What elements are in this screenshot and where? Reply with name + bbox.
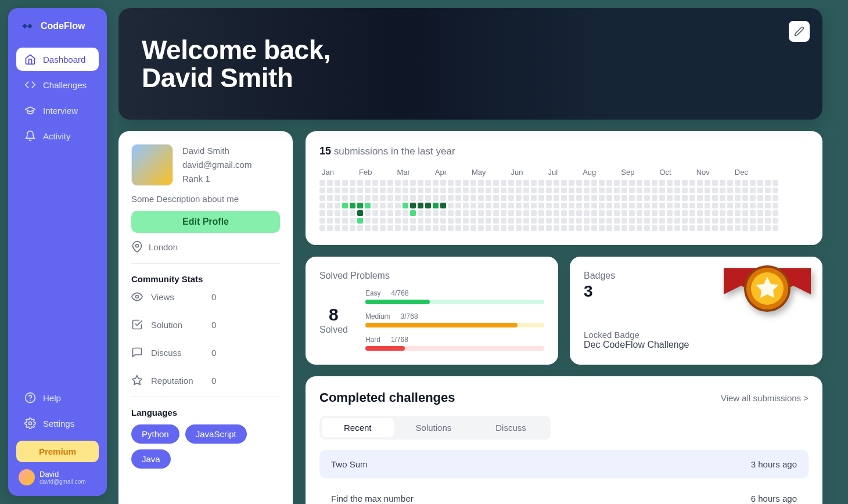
heatmap-cell	[508, 218, 514, 224]
lang-tag[interactable]: Java	[131, 449, 171, 469]
heatmap-cell	[652, 218, 657, 224]
heatmap-cell	[629, 180, 635, 186]
heatmap-cell	[599, 195, 605, 201]
heatmap-cell	[772, 203, 778, 208]
heatmap-cell	[621, 225, 627, 231]
heatmap-cell	[357, 225, 363, 231]
heatmap-cell	[712, 195, 718, 201]
heatmap-cell	[372, 203, 378, 208]
star-icon	[131, 375, 143, 386]
heatmap-cell	[765, 180, 771, 186]
heatmap-cell	[667, 203, 673, 208]
tab-discuss[interactable]: Discuss	[473, 418, 548, 437]
heatmap-cell	[735, 225, 741, 231]
heatmap-cell	[403, 210, 408, 216]
heatmap-cell	[380, 188, 386, 193]
heatmap-cell	[395, 188, 401, 193]
heatmap-cell	[644, 195, 650, 201]
heatmap-cell	[395, 195, 401, 201]
view-all-link[interactable]: View all submissions >	[721, 393, 809, 403]
heatmap-cell	[493, 203, 499, 208]
heatmap-cell	[410, 218, 416, 224]
heatmap-cell	[554, 225, 559, 231]
heatmap-cell	[418, 188, 423, 193]
heatmap-cell	[750, 210, 756, 216]
heatmap-cell	[478, 218, 484, 224]
stat-label: Discuss	[151, 348, 203, 358]
heatmap-cell	[433, 180, 439, 186]
heatmap-cell	[501, 180, 506, 186]
heatmap-cell	[523, 203, 529, 208]
sidebar-user[interactable]: David david@gmail.com	[8, 462, 107, 485]
heatmap-cell	[395, 218, 401, 224]
heatmap-cell	[387, 218, 393, 224]
heatmap-cell	[757, 203, 763, 208]
heatmap-cell	[365, 195, 371, 201]
nav-settings[interactable]: Settings	[16, 412, 99, 435]
heatmap-cell	[531, 225, 537, 231]
heatmap-cell	[569, 225, 574, 231]
scrollbar[interactable]	[838, 10, 842, 115]
heatmap-cell	[659, 188, 665, 193]
sidebar: CodeFlow Dashboard Challenges Interview …	[8, 8, 107, 496]
challenge-row[interactable]: Find the max number 6 hours ago	[319, 484, 809, 504]
heatmap-cell	[765, 188, 771, 193]
heatmap-cell	[531, 218, 537, 224]
tab-solutions[interactable]: Solutions	[394, 418, 474, 437]
heatmap-cell	[705, 210, 710, 216]
chat-icon	[131, 347, 143, 358]
nav-activity[interactable]: Activity	[16, 124, 99, 147]
hero-title: Welcome back, David Smith	[142, 36, 330, 92]
heatmap-cell	[501, 225, 506, 231]
heatmap-cell	[644, 180, 650, 186]
heatmap-cell	[750, 195, 756, 201]
heatmap-cell	[425, 195, 431, 201]
edit-hero-button[interactable]	[789, 21, 810, 42]
heatmap-cell	[772, 210, 778, 216]
nav-help[interactable]: Help	[16, 386, 99, 409]
tab-recent[interactable]: Recent	[322, 418, 394, 437]
submissions-summary: 15 submissions in the last year	[319, 145, 809, 157]
heatmap-cell	[531, 188, 537, 193]
nav-challenges[interactable]: Challenges	[16, 73, 99, 96]
heatmap-cell	[705, 225, 710, 231]
bell-icon	[24, 130, 36, 142]
stat-reputation: Reputation 0	[131, 375, 280, 397]
edit-profile-button[interactable]: Edit Profle	[131, 211, 280, 233]
bar-hard: Hard1/768	[365, 336, 544, 351]
heatmap-cell	[455, 225, 461, 231]
bar-label: Hard	[365, 336, 380, 344]
heatmap-cell	[591, 195, 597, 201]
heatmap-cell	[523, 195, 529, 201]
heatmap-cell	[546, 203, 552, 208]
heatmap-cell	[667, 210, 673, 216]
heatmap-cell	[455, 195, 461, 201]
heatmap-cell	[712, 188, 718, 193]
heatmap-cell	[342, 218, 348, 224]
heatmap-cell	[455, 180, 461, 186]
lang-tag[interactable]: Python	[131, 424, 179, 444]
premium-button[interactable]: Premium	[16, 441, 99, 462]
heatmap-cell	[674, 180, 680, 186]
nav-dashboard[interactable]: Dashboard	[16, 48, 99, 71]
lang-tag[interactable]: JavaScript	[185, 424, 247, 444]
heatmap-cell	[576, 180, 582, 186]
heatmap-cell	[682, 180, 688, 186]
submissions-count: 15	[319, 145, 331, 157]
pin-icon	[131, 241, 143, 253]
heatmap	[319, 180, 809, 231]
heatmap-cell	[772, 218, 778, 224]
challenge-row[interactable]: Two Sum 3 hours ago	[319, 450, 809, 478]
stat-views: Views 0	[131, 291, 280, 303]
heatmap-cell	[621, 195, 627, 201]
month-label: Dec	[735, 168, 748, 177]
heatmap-cell	[637, 195, 642, 201]
heatmap-cell	[689, 218, 695, 224]
bar-ratio: 1/768	[391, 336, 408, 344]
heatmap-cell	[440, 225, 446, 231]
nav-interview[interactable]: Interview	[16, 99, 99, 122]
heatmap-cell	[463, 195, 469, 201]
heatmap-cell	[697, 210, 703, 216]
heatmap-cell	[478, 225, 484, 231]
heatmap-cell	[750, 203, 756, 208]
